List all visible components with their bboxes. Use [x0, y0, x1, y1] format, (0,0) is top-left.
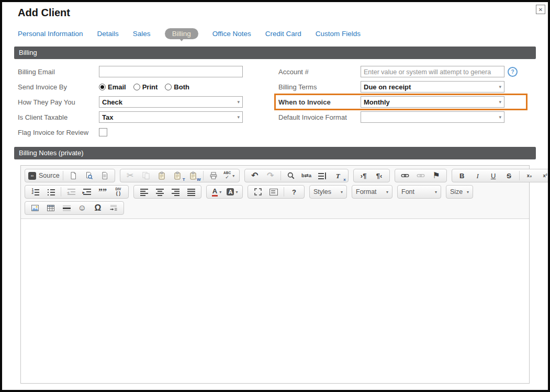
- styles-dropdown-label: Styles: [313, 188, 331, 195]
- tab-personal-information[interactable]: Personal Information: [18, 30, 83, 38]
- smiley-button[interactable]: ☺: [74, 202, 90, 214]
- format-dropdown[interactable]: Format▾: [352, 185, 392, 199]
- tab-details[interactable]: Details: [97, 30, 119, 38]
- maximize-button[interactable]: [250, 186, 266, 198]
- styles-dropdown[interactable]: Styles▾: [309, 185, 347, 199]
- chevron-down-icon: ▾: [232, 174, 234, 178]
- preview-button[interactable]: [81, 169, 97, 182]
- chevron-down-icon: ▾: [219, 190, 221, 194]
- toolbar-group: ›¶¶‹: [353, 169, 390, 182]
- form-row-billing-terms: Billing TermsDue on receipt▾: [278, 81, 524, 93]
- horizontal-rule-button[interactable]: [59, 202, 74, 214]
- form-left-column: Billing EmailSend Invoice ByEmailPrintBo…: [18, 66, 243, 138]
- tab-credit-card[interactable]: Credit Card: [265, 30, 301, 38]
- chevron-down-icon: ▾: [235, 190, 238, 194]
- billing-notes-section-header: Billing Notes (private): [14, 147, 536, 159]
- align-center-button[interactable]: [152, 186, 167, 198]
- print-button[interactable]: [206, 169, 221, 182]
- source-button[interactable]: ‹›Source: [27, 169, 61, 182]
- paste-plain-text-button[interactable]: T: [170, 169, 185, 182]
- blockquote-button[interactable]: ””: [95, 186, 110, 198]
- unlink-button: [413, 169, 429, 182]
- toolbar-group: ?: [248, 185, 305, 199]
- insert-table-button[interactable]: [43, 202, 59, 214]
- toolbar-row-3: ☺Ω: [25, 201, 525, 215]
- bulleted-list-button[interactable]: [43, 186, 59, 198]
- close-icon[interactable]: ✕: [536, 5, 545, 14]
- font-dropdown[interactable]: Font▾: [397, 185, 441, 199]
- when-to-invoice-select[interactable]: Monthly▾: [361, 96, 504, 108]
- show-blocks-button[interactable]: [266, 186, 282, 198]
- paste-from-word-button[interactable]: W: [185, 169, 201, 182]
- send-invoice-by-radio-print[interactable]: [133, 84, 140, 90]
- replace-button[interactable]: b⇄a: [299, 169, 315, 182]
- send-invoice-by-option-both[interactable]: Both: [165, 83, 189, 91]
- tab-billing[interactable]: Billing: [165, 28, 198, 39]
- find-button[interactable]: [283, 169, 299, 182]
- new-page-button[interactable]: [65, 169, 81, 182]
- send-invoice-by-option-print[interactable]: Print: [133, 83, 158, 91]
- about-button[interactable]: ?: [286, 186, 302, 198]
- align-right-button[interactable]: [167, 186, 183, 198]
- text-direction-rtl-button[interactable]: ¶‹: [372, 169, 387, 182]
- tab-office-notes[interactable]: Office Notes: [212, 30, 251, 38]
- chevron-down-icon: ▾: [237, 99, 240, 105]
- align-left-button[interactable]: [136, 186, 152, 198]
- toolbar-group: BIUSx₂x²: [452, 169, 550, 182]
- align-justify-button[interactable]: [183, 186, 199, 198]
- send-invoice-by-radio-both[interactable]: [165, 84, 172, 90]
- italic-button[interactable]: I: [470, 169, 486, 182]
- templates-button[interactable]: [97, 169, 113, 182]
- select-all-button[interactable]: [315, 169, 330, 182]
- text-color-button[interactable]: A▾: [209, 186, 225, 198]
- help-icon[interactable]: ?: [508, 67, 518, 77]
- account-number-input[interactable]: [361, 66, 504, 77]
- toolbar-row-1: ‹›Source✂TWABC✓▾↶↷b⇄aTx›¶¶‹⚑BIUSx₂x²: [25, 169, 525, 182]
- remove-format-button[interactable]: Tx: [330, 169, 346, 182]
- is-client-taxable-select[interactable]: Tax▾: [99, 111, 243, 123]
- chevron-down-icon: ▾: [499, 99, 501, 105]
- underline-button[interactable]: U: [486, 169, 501, 182]
- form-row-how-they-pay-you: How They Pay YouCheck▾: [18, 96, 243, 108]
- toolbar-group: ‹›Source: [25, 169, 115, 182]
- undo-button[interactable]: ↶: [247, 169, 263, 182]
- toolbar-group: ✂TWABC✓▾: [120, 169, 240, 182]
- size-dropdown[interactable]: Size▾: [446, 185, 473, 199]
- increase-indent-button[interactable]: [79, 186, 95, 198]
- anchor-button[interactable]: ⚑: [429, 169, 444, 182]
- spell-check-button[interactable]: ABC✓▾: [221, 169, 237, 182]
- tab-sales[interactable]: Sales: [133, 30, 151, 38]
- send-invoice-by-option-email[interactable]: Email: [99, 83, 126, 91]
- tab-bar: Personal InformationDetailsSalesBillingO…: [18, 27, 548, 40]
- background-color-button[interactable]: A▾: [225, 186, 240, 198]
- insert-image-button[interactable]: [27, 202, 43, 214]
- chevron-down-icon: ▾: [499, 114, 501, 120]
- send-invoice-by-label-both: Both: [174, 83, 189, 91]
- numbered-list-button[interactable]: [27, 186, 43, 198]
- chevron-down-icon: ▾: [237, 114, 240, 120]
- bold-button[interactable]: B: [454, 169, 470, 182]
- billing-email-label: Billing Email: [18, 68, 99, 76]
- page-break-button[interactable]: [106, 202, 121, 214]
- strikethrough-button[interactable]: S: [501, 169, 517, 182]
- paste-button[interactable]: [154, 169, 170, 182]
- subscript-button[interactable]: x₂: [522, 169, 537, 182]
- toolbar-row-2: ””DIV( )A▾A▾?Styles▾Format▾Font▾Size▾: [25, 185, 525, 199]
- flag-invoice-for-review-checkbox[interactable]: [99, 128, 107, 136]
- form-right-column: Account #?Billing TermsDue on receipt▾Wh…: [278, 66, 524, 138]
- text-direction-ltr-button[interactable]: ›¶: [356, 169, 372, 182]
- billing-email-input[interactable]: [99, 66, 243, 77]
- send-invoice-by-radio-email[interactable]: [99, 84, 106, 90]
- special-character-button[interactable]: Ω: [90, 202, 106, 214]
- tab-custom-fields[interactable]: Custom Fields: [316, 30, 361, 38]
- billing-form: Billing EmailSend Invoice ByEmailPrintBo…: [2, 66, 548, 138]
- how-they-pay-you-select[interactable]: Check▾: [99, 96, 243, 108]
- default-invoice-format-select[interactable]: ▾: [361, 111, 504, 123]
- billing-terms-select[interactable]: Due on receipt▾: [361, 81, 504, 93]
- link-button[interactable]: [397, 169, 413, 182]
- div-container-button[interactable]: DIV( ): [110, 186, 126, 198]
- editor-content[interactable]: [21, 219, 529, 383]
- source-button-label: Source: [39, 172, 60, 179]
- superscript-button[interactable]: x²: [537, 169, 550, 182]
- toolbar-separator: [203, 171, 204, 180]
